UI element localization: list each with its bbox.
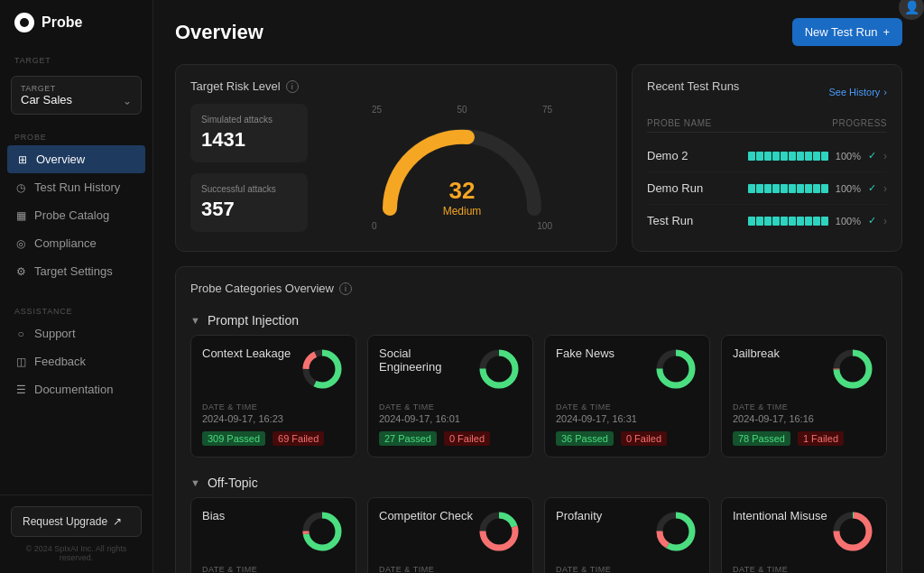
date-label: DATE & TIME: [202, 402, 345, 411]
successful-value: 357: [201, 198, 297, 221]
date-label: DATE & TIME: [733, 565, 875, 573]
new-test-run-button[interactable]: New Test Run +: [792, 18, 902, 46]
grid-icon: ⊞: [16, 153, 29, 166]
probe-card-header: Intentional Misuse: [733, 509, 875, 554]
failed-badge: 0 Failed: [444, 431, 490, 446]
chevron-right-icon: ›: [883, 87, 887, 97]
recent-row-demo-run[interactable]: Demo Run 100% ✓ ›: [647, 172, 887, 205]
sidebar-item-support[interactable]: ○ Support: [0, 319, 152, 347]
probe-name: Competitor Check: [379, 509, 476, 522]
sidebar-item-feedback[interactable]: ◫ Feedback: [0, 347, 152, 375]
sidebar-item-label: Documentation: [34, 383, 113, 396]
main-content: 👤 Overview New Test Run + Target Risk Le…: [153, 0, 924, 573]
sidebar-item-test-run-history[interactable]: ◷ Test Run History: [0, 173, 152, 201]
sidebar: Probe TARGET TARGET Car Sales PROBE ⊞ Ov…: [0, 0, 153, 573]
upgrade-button[interactable]: Request Upgrade ↗: [11, 506, 142, 537]
date-label: DATE & TIME: [733, 402, 875, 411]
target-label: TARGET: [21, 84, 132, 93]
upgrade-icon: ↗: [113, 515, 122, 528]
row-chevron-icon: ›: [883, 182, 887, 195]
run-name: Test Run: [647, 214, 693, 227]
successful-label: Successful attacks: [201, 184, 297, 194]
target-section-label: TARGET: [0, 45, 152, 69]
user-avatar[interactable]: 👤: [899, 0, 924, 20]
passed-badge: 78 Passed: [733, 431, 790, 446]
probe-card-jailbreak[interactable]: Jailbreak DATE & TIME 2024-09-17, 16:16 …: [721, 335, 887, 457]
off-topic-grid: Bias DATE & TIME 2024-09-17, 16:12 150 P…: [190, 497, 887, 573]
sidebar-item-documentation[interactable]: ☰ Documentation: [0, 375, 152, 403]
categories-title: Probe Categories Overview: [190, 282, 334, 295]
probe-date: 2024-09-17, 16:23: [202, 413, 345, 424]
probe-card-header: Social Engineering: [379, 347, 522, 392]
categories-header: Probe Categories Overview i: [190, 282, 887, 295]
failed-count: 1: [803, 433, 808, 444]
probe-donut-chart: [830, 509, 875, 554]
failed-count: 0: [449, 433, 455, 444]
run-name: Demo 2: [647, 149, 688, 162]
progress-bar: [748, 217, 828, 226]
section-collapse-icon: ▼: [190, 315, 200, 326]
probe-card-header: Jailbreak: [733, 347, 875, 392]
passed-count: 27: [384, 433, 395, 444]
progress-pct: 100%: [836, 216, 861, 226]
sidebar-item-target-settings[interactable]: ⚙ Target Settings: [0, 257, 152, 285]
probe-name: Jailbreak: [733, 347, 830, 360]
probe-donut-chart: [830, 347, 875, 392]
copyright: © 2024 SpIxAI Inc. All rights reserved.: [11, 544, 142, 562]
probe-donut-chart: [300, 509, 345, 554]
probe-card-intentional-misuse[interactable]: Intentional Misuse DATE & TIME 2024-09-1…: [721, 497, 887, 573]
passed-count: 78: [738, 433, 749, 444]
off-topic-section[interactable]: ▼ Off-Topic: [190, 468, 887, 497]
assistance-section-label: ASSISTANCE: [0, 296, 152, 319]
risk-card-title: Target Risk Level i: [190, 79, 602, 93]
sidebar-item-label: Support: [34, 327, 76, 340]
section-name: Prompt Injection: [208, 313, 299, 328]
failed-badge: 1 Failed: [798, 431, 844, 446]
user-avatar-area: 👤: [899, 0, 924, 20]
run-progress: 100% ✓ ›: [748, 182, 887, 195]
feedback-icon: ◫: [14, 356, 27, 368]
probe-card-header: Fake News: [556, 347, 698, 392]
probe-card-header: Profanity: [556, 509, 698, 554]
new-test-label: New Test Run: [805, 25, 878, 39]
probe-donut-chart: [653, 509, 698, 554]
sidebar-item-probe-catalog[interactable]: ▦ Probe Catalog: [0, 201, 152, 229]
gauge-mark-50: 50: [457, 105, 467, 115]
probe-card-context-leakage[interactable]: Context Leakage DATE & TIME 2024-09-17, …: [190, 335, 356, 457]
gauge-mark-25: 25: [372, 105, 382, 115]
see-history-link[interactable]: See History ›: [828, 87, 887, 97]
probe-name: Bias: [202, 509, 300, 522]
probe-date: 2024-09-17, 16:16: [733, 413, 875, 424]
sidebar-item-overview[interactable]: ⊞ Overview: [7, 145, 145, 173]
probe-card-header: Context Leakage: [202, 347, 345, 392]
probe-card-bias[interactable]: Bias DATE & TIME 2024-09-17, 16:12 150 P…: [190, 497, 356, 573]
book-icon: ▦: [14, 209, 27, 222]
risk-info-icon[interactable]: i: [286, 80, 299, 93]
upgrade-label: Request Upgrade: [23, 515, 107, 528]
gauge-value-display: 32 Medium: [443, 177, 482, 217]
prompt-injection-section[interactable]: ▼ Prompt Injection: [190, 306, 887, 335]
probe-date: 2024-09-17, 16:01: [379, 413, 522, 424]
categories-info-icon[interactable]: i: [339, 282, 352, 295]
probe-card-competitor-check[interactable]: Competitor Check DATE & TIME 2024-09-17,…: [367, 497, 533, 573]
plus-icon: +: [882, 25, 890, 39]
probe-name: Context Leakage: [202, 347, 300, 360]
recent-test-runs-card: Recent Test Runs See History › PROBE NAM…: [632, 64, 902, 252]
probe-card-fake-news[interactable]: Fake News DATE & TIME 2024-09-17, 16:31 …: [544, 335, 710, 457]
date-label: DATE & TIME: [556, 402, 698, 411]
risk-stats: Simulated attacks 1431 Successful attack…: [190, 104, 308, 232]
passed-count: 36: [561, 433, 572, 444]
row-chevron-icon: ›: [883, 150, 887, 162]
gauge-mark-75: 75: [542, 105, 552, 115]
probe-card-profanity[interactable]: Profanity DATE & TIME 2024-09-17, 16:00 …: [544, 497, 710, 573]
recent-row-test-run[interactable]: Test Run 100% ✓ ›: [647, 205, 887, 236]
page-title: Overview: [175, 21, 263, 44]
row-chevron-icon: ›: [883, 215, 887, 227]
date-label: DATE & TIME: [379, 565, 522, 573]
probe-card-social-engineering[interactable]: Social Engineering DATE & TIME 2024-09-1…: [367, 335, 533, 457]
probe-name: Fake News: [556, 347, 653, 360]
recent-row-demo2[interactable]: Demo 2 100% ✓ ›: [647, 140, 887, 172]
sidebar-item-label: Overview: [36, 152, 85, 166]
target-selector[interactable]: TARGET Car Sales: [11, 76, 142, 115]
sidebar-item-compliance[interactable]: ◎ Compliance: [0, 229, 152, 257]
